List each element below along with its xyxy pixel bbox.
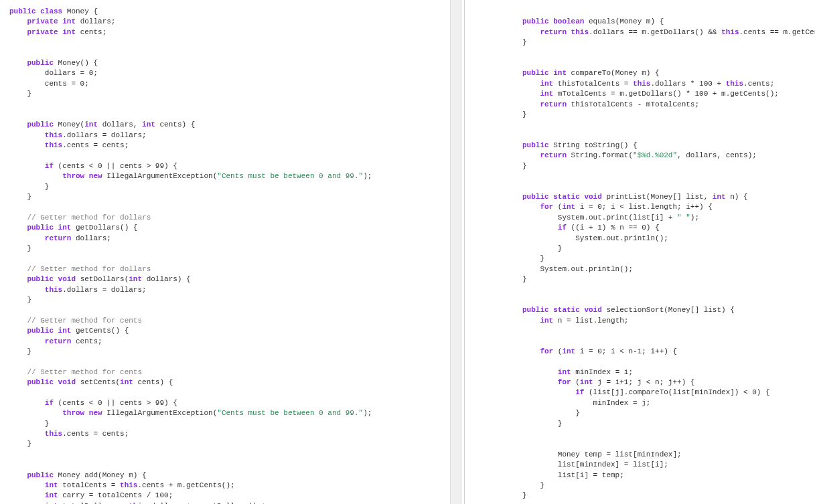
code-block-left: public class Money { private int dollars… [9, 7, 450, 504]
code-block-right: public boolean equals(Money m) { return … [474, 7, 815, 504]
scrollbar-left[interactable] [450, 0, 461, 504]
code-column-left: public class Money { private int dollars… [0, 0, 450, 504]
code-column-right: public boolean equals(Money m) { return … [465, 0, 815, 504]
